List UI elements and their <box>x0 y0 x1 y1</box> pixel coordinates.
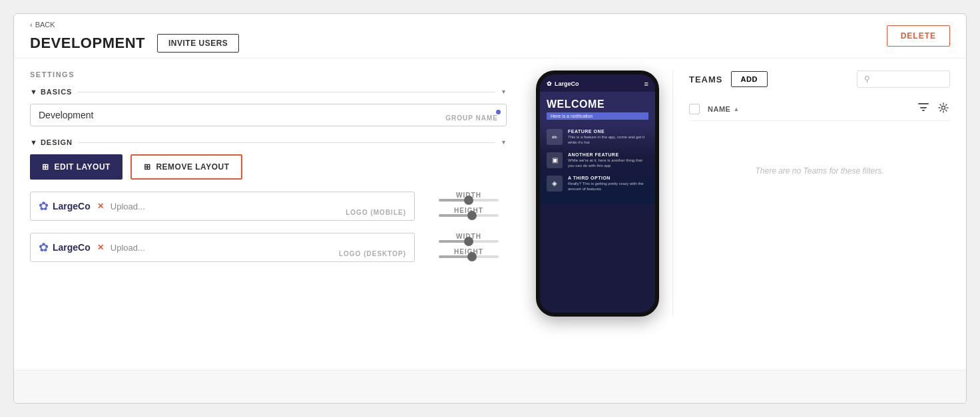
mobile-height-thumb[interactable] <box>467 211 477 220</box>
phone-feature-2-desc: While we're at it, here is another thing… <box>568 158 648 169</box>
design-chevron-icon: ▼ <box>30 138 38 146</box>
basics-arrow-icon: ▼ <box>501 88 507 95</box>
teams-search-box: ⚲ <box>857 70 950 88</box>
mobile-brand-text: LargeCo <box>53 201 91 211</box>
phone-feature-1-icon: ✏ <box>547 129 563 145</box>
teams-table-header: NAME ▲ <box>689 97 950 121</box>
mobile-logo-icon: ✿ <box>39 199 49 213</box>
desktop-remove-logo-button[interactable]: ✕ <box>97 243 104 252</box>
design-toggle[interactable]: ▼ DESIGN <box>30 138 73 146</box>
group-name-input[interactable] <box>39 110 498 120</box>
mobile-width-track <box>439 199 499 202</box>
phone-hero: WELCOME Here is a notification <box>540 92 655 124</box>
phone-feature-2-title: ANOTHER FEATURE <box>568 152 648 157</box>
phone-screen: ✿ LargeCo ≡ WELCOME Here is a notificati… <box>540 74 655 313</box>
phone-brand-text: LargeCo <box>555 80 579 87</box>
phone-feature-3: ◈ A THIRD OPTION Really? This is getting… <box>547 176 648 192</box>
phone-notification-text: Here is a notification <box>547 112 648 120</box>
back-label: BACK <box>35 21 55 29</box>
phone-features: ✏ FEATURE ONE This is a feature in the a… <box>540 124 655 204</box>
phone-navbar: ✿ LargeCo ≡ <box>540 74 655 92</box>
mobile-remove-logo-button[interactable]: ✕ <box>97 202 104 211</box>
teams-name-label: NAME <box>708 105 730 113</box>
teams-gear-button[interactable] <box>937 101 950 116</box>
desktop-logo-label: LOGO (DESKTOP) <box>339 250 406 257</box>
mobile-logo-label: LOGO (MOBILE) <box>346 209 406 216</box>
phone-brand: ✿ LargeCo <box>547 80 579 87</box>
phone-feature-3-title: A THIRD OPTION <box>568 176 648 180</box>
svg-rect-3 <box>919 103 920 112</box>
teams-select-all-checkbox[interactable] <box>689 104 700 114</box>
desktop-height-thumb[interactable] <box>467 252 477 261</box>
desktop-height-group: HEIGHT <box>431 248 507 258</box>
back-link[interactable]: ‹ BACK <box>30 21 55 29</box>
mobile-height-track <box>439 214 499 217</box>
phone-frame: ✿ LargeCo ≡ WELCOME Here is a notificati… <box>536 70 659 317</box>
layout-buttons: ⊞ EDIT LAYOUT ⊞ REMOVE LAYOUT <box>30 154 507 180</box>
remove-layout-button[interactable]: ⊞ REMOVE LAYOUT <box>130 154 243 180</box>
phone-feature-1-text: FEATURE ONE This is a feature in the app… <box>568 129 648 146</box>
mobile-upload-text[interactable]: Upload... <box>111 202 145 211</box>
remove-layout-icon: ⊞ <box>144 162 151 172</box>
edit-layout-icon: ⊞ <box>42 162 49 172</box>
design-arrow-icon: ▼ <box>501 139 507 146</box>
desktop-width-track <box>439 240 499 243</box>
basics-divider <box>77 92 495 92</box>
desktop-logo-icon: ✿ <box>39 240 49 255</box>
edit-layout-button[interactable]: ⊞ EDIT LAYOUT <box>30 154 122 180</box>
basics-section-header: ▼ BASICS ▼ <box>30 88 507 96</box>
phone-preview-panel: ✿ LargeCo ≡ WELCOME Here is a notificati… <box>523 70 672 317</box>
group-name-wrapper: GROUP NAME <box>30 104 507 126</box>
teams-search-input[interactable] <box>874 74 943 84</box>
mobile-logo-section: ✿ LargeCo ✕ Upload... LOGO (MOBILE) WIDT… <box>30 192 507 221</box>
basics-toggle[interactable]: ▼ BASICS <box>30 88 72 96</box>
phone-feature-1: ✏ FEATURE ONE This is a feature in the a… <box>547 129 648 146</box>
svg-rect-1 <box>920 107 927 108</box>
desktop-brand-text: LargeCo <box>53 242 91 253</box>
teams-filter-button[interactable] <box>917 102 930 116</box>
settings-label: SETTINGS <box>30 70 507 78</box>
desktop-upload-text[interactable]: Upload... <box>111 243 145 253</box>
phone-welcome-text: WELCOME <box>547 98 648 110</box>
invite-users-button[interactable]: INVITE USERS <box>157 34 239 53</box>
teams-title: TEAMS <box>689 74 723 84</box>
bottom-bar <box>14 370 966 403</box>
phone-brand-icon: ✿ <box>547 80 552 87</box>
edit-layout-label: EDIT LAYOUT <box>55 162 111 172</box>
phone-feature-1-title: FEATURE ONE <box>568 129 648 134</box>
desktop-logo-section: ✿ LargeCo ✕ Upload... LOGO (DESKTOP) WID… <box>30 233 507 262</box>
group-name-field: GROUP NAME <box>30 104 507 126</box>
page-header: ‹ BACK DEVELOPMENT INVITE USERS DELETE <box>14 14 966 59</box>
mobile-width-label: WIDTH <box>431 192 507 202</box>
phone-feature-2: ▣ ANOTHER FEATURE While we're at it, her… <box>547 152 648 169</box>
phone-feature-1-desc: This is a feature in the app, come and g… <box>568 134 648 146</box>
desktop-sliders: WIDTH HEIGHT <box>431 233 507 262</box>
sort-arrow-icon[interactable]: ▲ <box>733 106 739 112</box>
design-divider <box>78 142 495 143</box>
add-team-button[interactable]: ADD <box>731 71 768 87</box>
remove-layout-label: REMOVE LAYOUT <box>156 162 229 172</box>
phone-feature-2-icon: ▣ <box>547 152 563 168</box>
phone-feature-2-text: ANOTHER FEATURE While we're at it, here … <box>568 152 648 169</box>
left-panel: SETTINGS ▼ BASICS ▼ GROUP NAME <box>30 70 523 317</box>
mobile-width-thumb[interactable] <box>464 196 473 205</box>
mobile-logo-box: ✿ LargeCo ✕ Upload... LOGO (MOBILE) <box>30 192 415 221</box>
phone-menu-icon: ≡ <box>644 80 648 88</box>
mobile-sliders: WIDTH HEIGHT <box>431 192 507 221</box>
back-chevron-icon: ‹ <box>30 21 33 29</box>
delete-button[interactable]: DELETE <box>887 25 950 47</box>
teams-empty-message: There are no Teams for these filters. <box>689 126 950 215</box>
phone-feature-3-desc: Really? This is getting pretty crazy wit… <box>568 181 648 192</box>
design-section: ▼ DESIGN ▼ ⊞ EDIT LAYOUT ⊞ REMOVE LAYOUT <box>30 138 507 262</box>
group-name-label: GROUP NAME <box>445 114 498 122</box>
svg-point-4 <box>942 106 945 110</box>
desktop-height-track <box>439 255 499 258</box>
desktop-width-thumb[interactable] <box>464 237 473 246</box>
design-section-header: ▼ DESIGN ▼ <box>30 138 507 146</box>
teams-header: TEAMS ADD ⚲ <box>689 70 950 88</box>
desktop-logo-box: ✿ LargeCo ✕ Upload... LOGO (DESKTOP) <box>30 233 415 262</box>
svg-rect-2 <box>922 110 925 111</box>
teams-actions <box>917 101 950 116</box>
desktop-width-group: WIDTH <box>431 233 507 243</box>
svg-rect-0 <box>918 103 929 104</box>
